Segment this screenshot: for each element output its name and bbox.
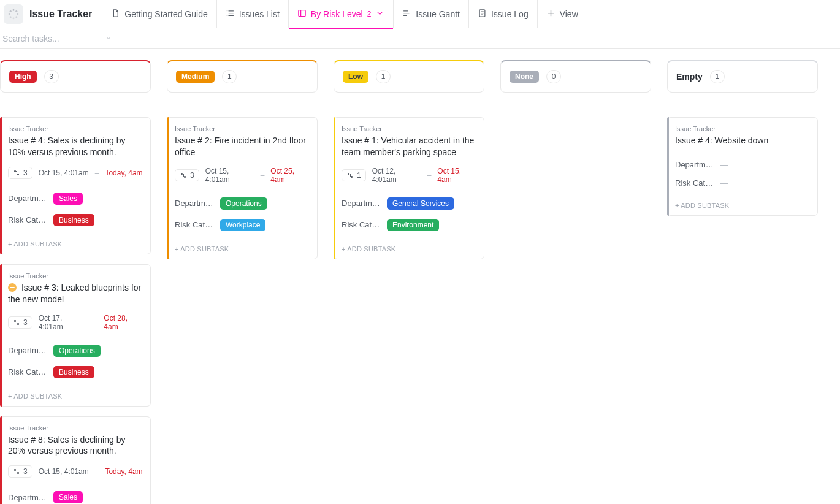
department-field[interactable]: Department:— bbox=[675, 155, 810, 174]
due-date: Today, 4am bbox=[105, 467, 142, 476]
tab-getting-started-guide[interactable]: Getting Started Guide bbox=[102, 0, 216, 28]
card-breadcrumb: Issue Tracker bbox=[8, 125, 143, 132]
card-meta: 3Oct 15, 4:01am–Today, 4am bbox=[8, 465, 143, 478]
add-subtask-button[interactable]: + ADD SUBTASK bbox=[1, 234, 150, 254]
subtask-icon bbox=[180, 172, 187, 179]
risk-category-field[interactable]: Risk Categ...Environment bbox=[342, 214, 476, 235]
department-field[interactable]: Department:Operations bbox=[175, 193, 310, 214]
empty-value: — bbox=[720, 178, 728, 188]
card-list: Issue Tracker Issue # 1: Vehicular accid… bbox=[334, 117, 484, 259]
column-header[interactable]: Medium1 bbox=[167, 60, 318, 93]
card-title: Issue # 4: Website down bbox=[675, 135, 810, 147]
risk-category-field[interactable]: Risk Categ...Workplace bbox=[175, 214, 310, 235]
card-breadcrumb: Issue Tracker bbox=[342, 125, 476, 132]
kanban-board: High3 Issue Tracker Issue # 4: Sales is … bbox=[0, 49, 840, 504]
svg-point-5 bbox=[10, 16, 12, 18]
department-field[interactable]: Department:General Services bbox=[342, 193, 476, 214]
tab-issues-list[interactable]: Issues List bbox=[216, 0, 288, 28]
due-date: Oct 25, 4am bbox=[270, 167, 310, 184]
start-date: Oct 12, 4:01am bbox=[372, 167, 421, 184]
card-breadcrumb: Issue Tracker bbox=[675, 125, 810, 132]
issue-card[interactable]: Issue Tracker Issue # 1: Vehicular accid… bbox=[334, 117, 484, 259]
tab-count: 2 bbox=[367, 10, 372, 18]
tab-label: By Risk Level bbox=[311, 9, 363, 19]
add-subtask-button[interactable]: + ADD SUBTASK bbox=[668, 196, 817, 215]
topbar: Issue Tracker Getting Started Guide Issu… bbox=[0, 0, 840, 28]
tab-issue-log[interactable]: Issue Log bbox=[468, 0, 537, 28]
column-header[interactable]: High3 bbox=[0, 60, 151, 93]
tab-label: Issue Log bbox=[491, 9, 529, 19]
subtask-count[interactable]: 3 bbox=[8, 316, 32, 329]
subtask-icon bbox=[346, 172, 354, 179]
department-field[interactable]: Department:Sales bbox=[8, 486, 143, 504]
subtask-count[interactable]: 3 bbox=[175, 169, 199, 181]
issue-card[interactable]: Issue Tracker Issue # 3: Leaked blueprin… bbox=[0, 264, 151, 407]
column-count: 0 bbox=[546, 70, 561, 83]
svg-point-6 bbox=[9, 13, 10, 15]
column-badge: High bbox=[9, 71, 37, 83]
department-pill: Sales bbox=[53, 193, 83, 205]
column-name: Empty bbox=[676, 72, 703, 82]
gantt-icon bbox=[402, 9, 411, 20]
app-title: Issue Tracker bbox=[29, 9, 92, 20]
add-subtask-button[interactable]: + ADD SUBTASK bbox=[1, 386, 150, 406]
department-field[interactable]: Department:Operations bbox=[8, 340, 143, 361]
plus-icon bbox=[546, 9, 556, 20]
subtask-icon bbox=[13, 468, 20, 475]
svg-point-7 bbox=[10, 10, 12, 12]
department-pill: General Services bbox=[387, 197, 454, 210]
tab-by-risk-level[interactable]: By Risk Level 2 bbox=[288, 0, 394, 28]
column-count: 1 bbox=[710, 70, 725, 83]
svg-point-0 bbox=[13, 9, 15, 10]
risk-pill: Workplace bbox=[220, 219, 265, 231]
column-none: None0 bbox=[500, 60, 651, 117]
start-date: Oct 17, 4:01am bbox=[39, 314, 88, 331]
risk-category-field[interactable]: Risk Categ...— bbox=[675, 174, 810, 192]
field-label: Department: bbox=[342, 199, 382, 208]
tab-label: Getting Started Guide bbox=[124, 9, 207, 19]
column-empty: Empty1 Issue Tracker Issue # 4: Website … bbox=[667, 60, 818, 216]
svg-point-4 bbox=[13, 17, 15, 19]
add-subtask-button[interactable]: + ADD SUBTASK bbox=[334, 239, 484, 259]
spinner-icon bbox=[8, 9, 19, 20]
field-label: Department: bbox=[675, 160, 716, 169]
date-separator: – bbox=[261, 171, 265, 180]
due-date: Oct 15, 4am bbox=[437, 167, 476, 184]
column-header[interactable]: Low1 bbox=[334, 60, 484, 93]
search-box[interactable] bbox=[0, 28, 120, 49]
field-label: Department: bbox=[8, 346, 48, 355]
chevron-down-icon bbox=[105, 34, 112, 44]
issue-card[interactable]: Issue Tracker Issue # 2: Fire incident i… bbox=[167, 117, 318, 259]
due-date: Today, 4am bbox=[105, 169, 142, 177]
subtask-count[interactable]: 3 bbox=[8, 465, 32, 478]
card-breadcrumb: Issue Tracker bbox=[8, 424, 143, 432]
column-count: 1 bbox=[376, 70, 391, 83]
card-meta: 3Oct 15, 4:01am–Today, 4am bbox=[8, 167, 143, 179]
card-title: Issue # 4: Sales is declining by 10% ver… bbox=[8, 135, 143, 158]
tab-issue-gantt[interactable]: Issue Gantt bbox=[393, 0, 468, 28]
department-field[interactable]: Department:Sales bbox=[8, 188, 143, 209]
issue-card[interactable]: Issue Tracker Issue # 4: Website down De… bbox=[667, 117, 818, 216]
svg-point-1 bbox=[15, 10, 17, 12]
card-title: Issue # 3: Leaked blueprints for the new… bbox=[8, 282, 143, 305]
field-label: Risk Categ... bbox=[8, 367, 48, 376]
tab-view[interactable]: View bbox=[537, 0, 587, 28]
risk-category-field[interactable]: Risk Categ...Business bbox=[8, 209, 143, 231]
subtask-count[interactable]: 3 bbox=[8, 167, 32, 179]
card-meta: 3Oct 17, 4:01am–Oct 28, 4am bbox=[8, 314, 143, 331]
risk-category-field[interactable]: Risk Categ...Business bbox=[8, 361, 143, 383]
subtask-count[interactable]: 1 bbox=[342, 169, 366, 181]
search-input[interactable] bbox=[1, 33, 113, 44]
add-subtask-button[interactable]: + ADD SUBTASK bbox=[167, 239, 317, 259]
column-count: 1 bbox=[222, 70, 237, 83]
column-header[interactable]: Empty1 bbox=[667, 60, 818, 93]
svg-point-10 bbox=[226, 15, 227, 16]
issue-card[interactable]: Issue Tracker Issue # 8: Sales is declin… bbox=[0, 416, 151, 504]
risk-pill: Environment bbox=[387, 219, 439, 231]
svg-rect-11 bbox=[299, 10, 305, 16]
subtask-icon bbox=[13, 169, 20, 177]
date-separator: – bbox=[94, 318, 98, 327]
column-header[interactable]: None0 bbox=[500, 60, 651, 93]
issue-card[interactable]: Issue Tracker Issue # 4: Sales is declin… bbox=[0, 117, 151, 254]
card-list: Issue Tracker Issue # 2: Fire incident i… bbox=[167, 117, 318, 259]
